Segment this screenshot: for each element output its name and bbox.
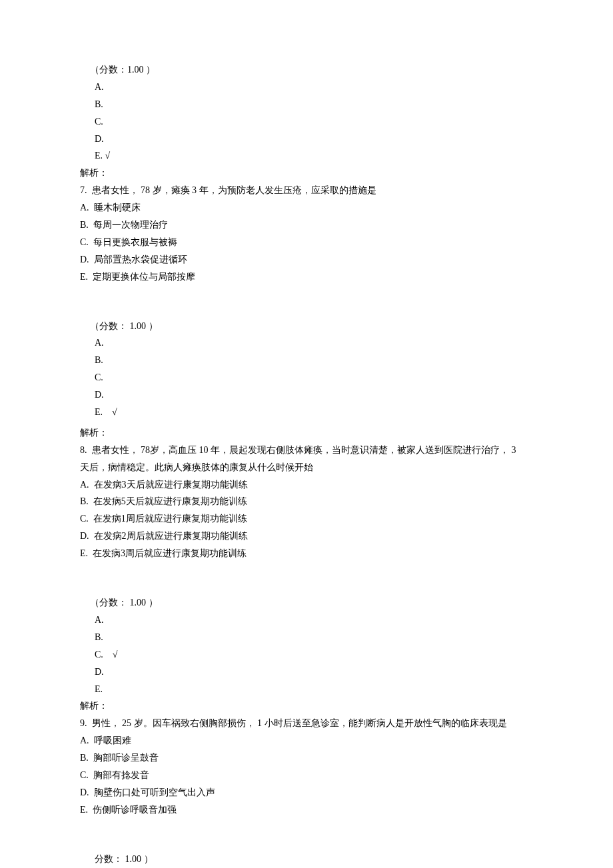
option-b: B. 胸部听诊呈鼓音 (80, 749, 533, 767)
option-c: C. 在发病1周后就应进行康复期功能训练 (80, 510, 533, 528)
answer-option-b: B. (80, 629, 533, 646)
answer-option-d: D. (80, 386, 533, 404)
analysis-label: 解析： (80, 165, 533, 182)
answer-option-b: B. (80, 96, 533, 113)
score-line: （分数：1.00 ） (80, 61, 533, 79)
option-d: D. 局部置热水袋促进循环 (80, 251, 533, 268)
question-6-answer-block: （分数：1.00 ） A. B. C. D. E. √ 解析： (80, 61, 533, 182)
answer-option-d: D. (80, 131, 533, 148)
question-9: 9. 男性， 25 岁。因车祸致右侧胸部损伤， 1 小时后送至急诊室，能判断病人… (80, 715, 533, 868)
question-stem-line1: 8. 患者女性， 78岁，高血压 10 年，晨起发现右侧肢体瘫痪，当时意识清楚，… (80, 442, 533, 459)
option-e: E. 定期更换体位与局部按摩 (80, 268, 533, 286)
question-8: 8. 患者女性， 78岁，高血压 10 年，晨起发现右侧肢体瘫痪，当时意识清楚，… (80, 442, 533, 715)
option-c: C. 胸部有捻发音 (80, 767, 533, 784)
answer-option-c: C. (80, 113, 533, 131)
score-line: （分数： 1.00 ） (80, 318, 533, 335)
question-stem: 9. 男性， 25 岁。因车祸致右侧胸部损伤， 1 小时后送至急诊室，能判断病人… (80, 715, 533, 732)
question-7: 7. 患者女性， 78 岁，瘫痪 3 年，为预防老人发生压疮，应采取的措施是 A… (80, 182, 533, 442)
score-line: 分数： 1.00 ） (80, 851, 533, 868)
analysis-label: 解析： (80, 424, 533, 442)
answer-option-e: E. √ (80, 404, 533, 421)
option-b: B. 每周一次物理治疗 (80, 217, 533, 234)
answer-option-c: C. √ (80, 646, 533, 663)
question-stem-line2: 天后，病情稳定。此病人瘫痪肢体的康复从什么时候开始 (80, 459, 533, 476)
analysis-label: 解析： (80, 697, 533, 715)
answer-option-e: E. (80, 681, 533, 698)
answer-option-b: B. (80, 352, 533, 369)
option-e: E. 伤侧听诊呼吸音加强 (80, 801, 533, 819)
answer-option-a: A. (80, 334, 533, 352)
option-b: B. 在发病5天后就应进行康复期功能训练 (80, 493, 533, 510)
answer-option-a: A. (80, 79, 533, 96)
option-c: C. 每日更换衣服与被褥 (80, 234, 533, 251)
answer-option-c: C. (80, 369, 533, 386)
score-line: （分数： 1.00 ） (80, 594, 533, 612)
answer-option-a: A. (80, 612, 533, 629)
option-e: E. 在发病3周后就应进行康复期功能训练 (80, 545, 533, 562)
answer-option-d: D. (80, 663, 533, 681)
option-d: D. 在发病2周后就应进行康复期功能训练 (80, 528, 533, 545)
option-a: A. 呼吸困难 (80, 732, 533, 749)
option-a: A. 睡木制硬床 (80, 199, 533, 217)
question-stem: 7. 患者女性， 78 岁，瘫痪 3 年，为预防老人发生压疮，应采取的措施是 (80, 182, 533, 199)
answer-option-e: E. √ (80, 147, 533, 165)
option-d: D. 胸壁伤口处可听到空气出入声 (80, 784, 533, 801)
option-a: A. 在发病3天后就应进行康复期功能训练 (80, 476, 533, 494)
